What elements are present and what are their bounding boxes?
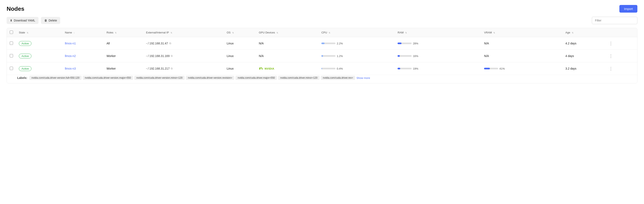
roles-cell: Worker <box>104 62 143 75</box>
show-more-link[interactable]: Show more <box>356 76 370 80</box>
age-cell: 4 days <box>562 50 604 62</box>
col-ip[interactable]: External/Internal IP ⇅ <box>143 28 224 37</box>
cpu-fill <box>322 55 323 57</box>
cpu-cell: 2.2% <box>318 37 395 50</box>
cpu-label: 0.4% <box>337 67 344 70</box>
ram-cell: 19% <box>395 62 481 75</box>
col-os[interactable]: OS ⇅ <box>224 28 256 37</box>
delete-button[interactable]: 🗑 Delete <box>41 17 60 24</box>
ram-label: 19% <box>413 67 420 70</box>
nvidia-label: NVIDIA <box>265 67 274 70</box>
gpu-cell: N/A <box>256 37 319 50</box>
name-cell: llmos-n1 <box>62 37 104 50</box>
ram-track <box>398 68 412 69</box>
label-tag: nvidia.com/cuda.driver.rev= <box>321 76 355 80</box>
label-tag: nvidia.com/cuda.driver.minor=120 <box>278 76 320 80</box>
filter-input[interactable] <box>592 17 638 24</box>
row-checkbox-cell <box>7 37 16 50</box>
download-icon: ⬇ <box>10 19 12 22</box>
os-cell: Linux <box>224 50 256 62</box>
nvidia-icon <box>259 67 264 70</box>
ram-progress: 28% <box>398 42 478 45</box>
col-ram[interactable]: RAM ⇅ <box>395 28 481 37</box>
cpu-progress: 2.2% <box>322 42 392 45</box>
gpu-value: N/A <box>259 42 264 45</box>
node-name-link[interactable]: llmos-n3 <box>65 67 76 70</box>
more-actions-cell: ⋮ <box>604 37 637 50</box>
copy-icon[interactable]: ⧉ <box>169 42 171 45</box>
label-tag: nvidia.com/cuda.driver-version.revision= <box>186 76 234 80</box>
ram-progress: 19% <box>398 67 478 70</box>
import-button[interactable]: Import <box>619 5 638 13</box>
table-row: Active llmos-n1 All - / 192.168.31.47 ⧉ … <box>7 37 637 50</box>
node-name-link[interactable]: llmos-n2 <box>65 54 76 58</box>
ram-cell: 16% <box>395 50 481 62</box>
ip-cell: - / 192.168.31.47 ⧉ <box>143 37 224 50</box>
name-cell: llmos-n3 <box>62 62 104 75</box>
label-tag: nvidia.com/cuda.driver-version.minor=120 <box>134 76 184 80</box>
gpu-value: N/A <box>259 54 264 58</box>
cpu-progress: 1.2% <box>322 55 392 58</box>
ram-fill <box>398 43 402 44</box>
row-checkbox[interactable] <box>10 41 13 45</box>
cpu-track <box>322 68 336 69</box>
col-name[interactable]: Name ↕ <box>62 28 104 37</box>
col-gpu[interactable]: GPU Devices ⇅ <box>256 28 319 37</box>
node-name-link[interactable]: llmos-n1 <box>65 42 76 45</box>
cpu-cell: 0.4% <box>318 62 395 75</box>
vram-cell-wrap: N/A <box>481 37 562 50</box>
cpu-track <box>322 43 336 44</box>
status-badge: Active <box>19 41 32 46</box>
table-row: Active llmos-n2 Worker - / 192.168.31.16… <box>7 50 637 62</box>
name-cell: llmos-n2 <box>62 50 104 62</box>
select-all-header <box>7 28 16 37</box>
state-cell: Active <box>16 37 62 50</box>
age-cell: 4.2 days <box>562 37 604 50</box>
vram-label: 41% <box>499 67 506 70</box>
nodes-table: State ⇅ Name ↕ Roles ⇅ External/Internal… <box>6 28 638 83</box>
row-checkbox[interactable] <box>10 54 13 57</box>
cpu-fill <box>322 68 322 69</box>
ip-cell: - / 192.168.31.169 ⧉ <box>143 50 224 62</box>
more-actions-button[interactable]: ⋮ <box>607 40 614 47</box>
os-cell: Linux <box>224 37 256 50</box>
row-checkbox[interactable] <box>10 67 13 70</box>
roles-cell: Worker <box>104 50 143 62</box>
ram-track <box>398 43 412 44</box>
row-checkbox-cell <box>7 62 16 75</box>
col-roles[interactable]: Roles ⇅ <box>104 28 143 37</box>
more-actions-cell: ⋮ <box>604 50 637 62</box>
more-actions-button[interactable]: ⋮ <box>607 65 614 72</box>
copy-icon[interactable]: ⧉ <box>171 54 172 58</box>
labels-container: Labels:nvidia.com/cuda.driver-version.fu… <box>17 76 634 80</box>
ip-value: - / 192.168.31.47 <box>146 42 168 45</box>
vram-na: N/A <box>484 54 489 58</box>
ram-fill <box>398 68 400 69</box>
roles-cell: All <box>104 37 143 50</box>
cpu-fill <box>322 43 324 44</box>
ip-cell: - / 192.168.31.217 ⧉ <box>143 62 224 75</box>
vram-progress-track <box>484 68 498 69</box>
col-vram[interactable]: VRAM ⇅ <box>481 28 562 37</box>
age-cell: 3.2 days <box>562 62 604 75</box>
select-all-checkbox[interactable] <box>10 31 13 34</box>
cpu-progress: 0.4% <box>322 67 392 70</box>
download-yaml-button[interactable]: ⬇ Download YAML <box>6 17 38 24</box>
col-actions <box>604 28 637 37</box>
vram-cell-wrap: 41% <box>481 62 562 75</box>
more-actions-button[interactable]: ⋮ <box>607 53 614 59</box>
labels-row: Labels:nvidia.com/cuda.driver-version.fu… <box>7 75 637 83</box>
ip-value: - / 192.168.31.169 <box>146 54 170 58</box>
os-cell: Linux <box>224 62 256 75</box>
ram-progress: 16% <box>398 55 478 58</box>
status-badge: Active <box>19 66 32 71</box>
page-title: Nodes <box>6 5 24 12</box>
col-age[interactable]: Age ⇅ <box>562 28 604 37</box>
label-tag: nvidia.com/cuda.driver-version.full=550.… <box>30 76 82 80</box>
copy-icon[interactable]: ⧉ <box>171 67 172 70</box>
table-header: State ⇅ Name ↕ Roles ⇅ External/Internal… <box>7 28 637 37</box>
cpu-label: 1.2% <box>337 55 344 58</box>
table-row: Active llmos-n3 Worker - / 192.168.31.21… <box>7 62 637 75</box>
col-state[interactable]: State ⇅ <box>16 28 62 37</box>
col-cpu[interactable]: CPU ⇅ <box>318 28 395 37</box>
